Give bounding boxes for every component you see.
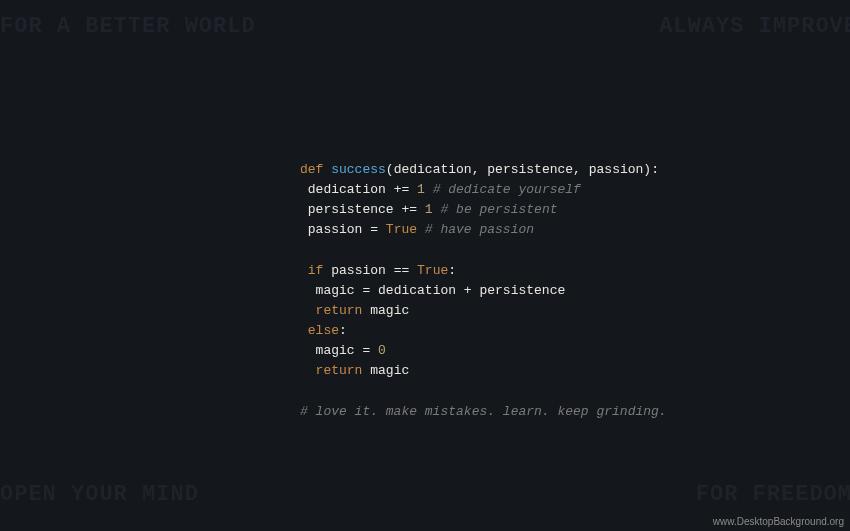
comment-passion: # have passion	[417, 222, 534, 237]
op-eq: =	[362, 222, 385, 237]
id-dedication: dedication	[378, 283, 456, 298]
id-magic: magic	[316, 343, 355, 358]
op-plus-eq: +=	[394, 202, 425, 217]
op-plus-eq: +=	[386, 182, 417, 197]
paren-close: ):	[643, 162, 659, 177]
keyword-else: else	[308, 323, 339, 338]
op-eqeq: ==	[386, 263, 417, 278]
comma: ,	[472, 162, 480, 177]
id-passion: passion	[308, 222, 363, 237]
comment-dedicate: # dedicate yourself	[425, 182, 581, 197]
id-persistence: persistence	[308, 202, 394, 217]
keyword-def: def	[300, 162, 323, 177]
bg-text-top-right: ALWAYS IMPROVE	[659, 14, 850, 39]
colon: :	[339, 323, 347, 338]
literal-true: True	[386, 222, 417, 237]
op-plus: +	[456, 283, 479, 298]
id-magic: magic	[316, 283, 355, 298]
bg-text-bottom-left: OPEN YOUR MIND	[0, 482, 199, 507]
id-magic: magic	[370, 363, 409, 378]
param-passion: passion	[589, 162, 644, 177]
id-persistence: persistence	[479, 283, 565, 298]
id-passion: passion	[331, 263, 386, 278]
bg-text-bottom-right: FOR FREEDOM	[696, 482, 850, 507]
footer-comment: # love it. make mistakes. learn. keep gr…	[300, 404, 667, 419]
literal-true: True	[417, 263, 448, 278]
literal-one: 1	[417, 182, 425, 197]
bg-text-top-left: FOR A BETTER WORLD	[0, 14, 256, 39]
function-name: success	[331, 162, 386, 177]
id-dedication: dedication	[308, 182, 386, 197]
watermark: www.DesktopBackground.org	[713, 516, 844, 527]
keyword-return: return	[316, 303, 363, 318]
literal-zero: 0	[378, 343, 386, 358]
keyword-return: return	[316, 363, 363, 378]
code-block: def success(dedication, persistence, pas…	[300, 160, 667, 422]
literal-one: 1	[425, 202, 433, 217]
keyword-if: if	[308, 263, 324, 278]
param-dedication: dedication	[394, 162, 472, 177]
id-magic: magic	[370, 303, 409, 318]
param-persistence: persistence	[487, 162, 573, 177]
paren-open: (	[386, 162, 394, 177]
comma: ,	[573, 162, 581, 177]
op-eq: =	[355, 343, 378, 358]
op-eq: =	[355, 283, 378, 298]
colon: :	[448, 263, 456, 278]
comment-persistent: # be persistent	[433, 202, 558, 217]
